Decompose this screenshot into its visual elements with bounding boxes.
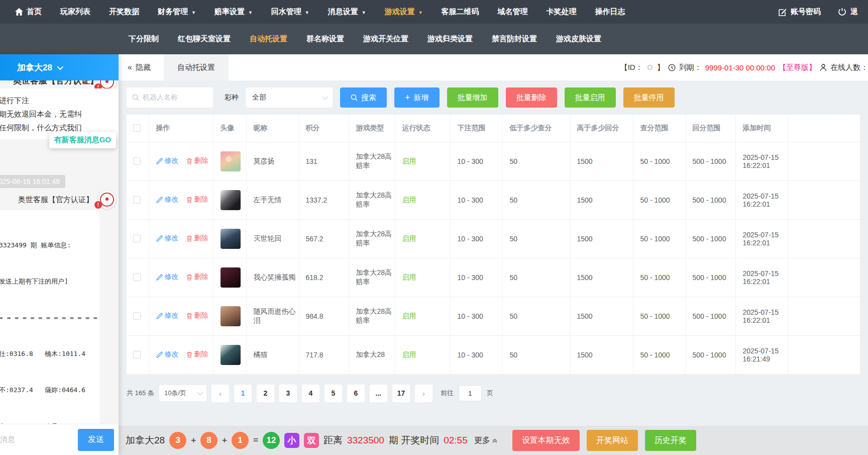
message-input[interactable]: 消息	[0, 435, 15, 444]
nav-item-game-settings[interactable]: 游戏设置▼	[385, 7, 423, 17]
batch-add-button[interactable]: 批量增加	[447, 87, 498, 108]
subnav-item-game-skin[interactable]: 游戏皮肤设置	[556, 34, 601, 44]
batch-disable-button[interactable]: 批量停用	[623, 87, 675, 108]
edit-link[interactable]: 修改	[156, 234, 179, 243]
tab-auto-bot-settings[interactable]: 自动托设置	[164, 54, 229, 80]
return-range-cell: 500 - 1000	[685, 297, 735, 335]
search-icon	[351, 94, 358, 101]
page-button-3[interactable]: 3	[279, 385, 297, 402]
new-message-tooltip[interactable]: 有新客服消息GO	[49, 132, 116, 148]
edit-link[interactable]: 修改	[156, 195, 179, 204]
page-button-17[interactable]: 17	[392, 385, 410, 402]
page-button-2[interactable]: 2	[257, 385, 274, 402]
nav-item-home[interactable]: 首页	[15, 7, 42, 17]
points-cell: 618.2	[298, 258, 349, 297]
trash-icon	[186, 197, 192, 203]
countdown-timer: 02:55	[444, 435, 468, 446]
nav-item-players[interactable]: 玩家列表	[60, 7, 90, 17]
sidebar-game-selector[interactable]: 加拿大28	[0, 54, 119, 80]
collapse-sidebar-button[interactable]: « 隐藏	[128, 63, 151, 72]
row-checkbox[interactable]	[133, 312, 141, 320]
delete-link[interactable]: 删除	[186, 234, 208, 243]
more-toggle[interactable]: 更多	[474, 435, 498, 446]
distance-label: 距离	[323, 434, 343, 447]
person-icon	[820, 64, 827, 71]
nav-item-finance[interactable]: 财务管理▼	[158, 7, 196, 17]
page-button-6[interactable]: 6	[347, 385, 365, 402]
table-row: 修改删除 灭世轮回 567.2 加拿大28高赔率 启用 10 - 300 50 …	[127, 219, 860, 258]
below-check-cell: 50	[502, 219, 570, 258]
table-row: 修改删除 随风而逝伤心泪 984.8 加拿大28高赔率 启用 10 - 300 …	[127, 297, 860, 335]
nav-item-logs[interactable]: 操作日志	[595, 7, 625, 17]
delete-link[interactable]: 删除	[186, 272, 208, 282]
row-checkbox[interactable]	[133, 235, 141, 242]
set-invalid-button[interactable]: 设置本期无效	[512, 430, 580, 451]
send-button[interactable]: 发送	[78, 429, 114, 451]
return-range-cell: 500 - 1000	[685, 258, 735, 297]
subnav-item-limit[interactable]: 下分限制	[129, 34, 159, 44]
subnav-item-auto-bot[interactable]: 自动托设置	[250, 34, 287, 44]
draw-ball-1: 3	[169, 432, 186, 449]
nav-item-message[interactable]: 消息设置▼	[328, 7, 366, 17]
page-button-4[interactable]: 4	[302, 385, 319, 402]
parity-tag: 双	[304, 433, 319, 448]
chevron-down-icon: ▼	[418, 10, 423, 15]
draw-ball-3: 1	[232, 432, 249, 449]
next-page-button[interactable]: ›	[415, 385, 432, 402]
prev-page-button[interactable]: ‹	[211, 385, 229, 402]
robot-name-search-input[interactable]: 机器人名称	[127, 87, 213, 108]
row-checkbox[interactable]	[133, 274, 141, 281]
edit-link[interactable]: 修改	[156, 350, 179, 359]
col-header-check-range: 查分范围	[633, 115, 685, 142]
nav-item-stuck-prize[interactable]: 卡奖处理	[547, 7, 577, 17]
table-row: 修改删除 我心笑擁孤獨 618.2 加拿大28高赔率 启用 10 - 300 5…	[127, 258, 860, 297]
col-header-game-type: 游戏类型	[349, 115, 395, 142]
add-button[interactable]: 新增	[394, 87, 440, 108]
delete-link[interactable]: 删除	[186, 195, 208, 204]
return-range-cell: 500 - 1000	[685, 142, 735, 180]
nav-item-odds[interactable]: 赔率设置▼	[214, 7, 253, 17]
goto-page-input[interactable]: 1	[459, 385, 482, 401]
logout-button[interactable]: 退	[838, 7, 858, 17]
draw-site-button[interactable]: 开奖网站	[587, 430, 638, 451]
nav-item-domain[interactable]: 域名管理	[498, 7, 528, 17]
col-header-run-status: 运行状态	[395, 115, 450, 142]
extra-cell	[788, 335, 860, 374]
row-checkbox[interactable]	[133, 351, 141, 358]
extra-cell	[788, 297, 860, 335]
subnav-item-group-name[interactable]: 群名称设置	[306, 34, 344, 44]
trash-icon	[186, 351, 192, 358]
delete-link[interactable]: 删除	[186, 350, 208, 359]
subnav-item-game-switch[interactable]: 游戏开关位置	[363, 34, 408, 44]
subnav-item-game-category[interactable]: 游戏归类设置	[427, 34, 473, 44]
status-cell: 启用	[395, 258, 450, 297]
edit-link[interactable]: 修改	[156, 311, 179, 320]
page-button-5[interactable]: 5	[324, 385, 342, 402]
select-all-checkbox[interactable]	[133, 124, 141, 132]
alert-badge-icon	[94, 201, 102, 209]
subnav-item-mute-ban[interactable]: 禁言防封设置	[492, 34, 537, 44]
batch-delete-button[interactable]: 批量删除	[506, 87, 557, 108]
row-checkbox[interactable]	[133, 157, 141, 165]
nav-item-qrcode[interactable]: 客服二维码	[442, 7, 479, 17]
history-draw-button[interactable]: 历史开奖	[645, 430, 696, 451]
nav-item-rebate[interactable]: 回水管理▼	[271, 7, 309, 17]
pencil-icon	[156, 274, 163, 281]
lottery-type-select[interactable]: 全部	[246, 87, 333, 108]
bet-range-cell: 10 - 300	[450, 258, 502, 297]
workspace: 加拿大28 奥世客服【官方认证】 进行下注 期无效退回本金，无需纠 任何限制，什…	[0, 54, 868, 455]
subnav-item-redpacket-room[interactable]: 红包聊天室设置	[178, 34, 231, 44]
page-size-select[interactable]: 10条/页	[159, 385, 206, 401]
service-logo-icon	[100, 80, 114, 89]
batch-enable-button[interactable]: 批量启用	[565, 87, 616, 108]
search-button[interactable]: 搜索	[340, 87, 387, 108]
row-checkbox[interactable]	[133, 196, 141, 204]
delete-link[interactable]: 删除	[186, 311, 208, 320]
account-password-button[interactable]: 账号密码	[779, 7, 821, 17]
edit-link[interactable]: 修改	[156, 272, 179, 282]
edit-link[interactable]: 修改	[156, 156, 179, 165]
delete-link[interactable]: 删除	[186, 156, 208, 165]
page-ellipsis[interactable]: ...	[370, 385, 387, 402]
nav-item-draw-data[interactable]: 开奖数据	[109, 7, 139, 17]
page-button-1[interactable]: 1	[234, 385, 252, 402]
